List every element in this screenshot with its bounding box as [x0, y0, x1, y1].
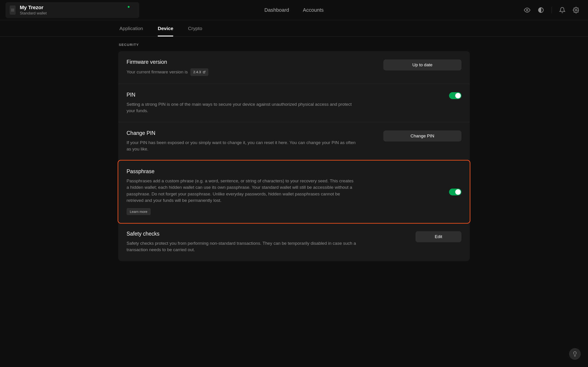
firmware-title: Firmware version — [127, 59, 208, 65]
section-label-security: SECURITY — [118, 41, 470, 51]
settings-row-firmware: Firmware version Your current firmware v… — [118, 51, 470, 84]
title-bar: My Trezor Standard wallet Dashboard Acco… — [0, 0, 588, 20]
title-icon-tray — [524, 7, 582, 14]
pin-title: PIN — [127, 92, 356, 98]
settings-row-pin: PIN Setting a strong PIN is one of the m… — [118, 84, 470, 122]
change-pin-title: Change PIN — [127, 130, 356, 136]
subtabs-bar: Application Device Crypto — [0, 20, 588, 37]
change-pin-desc: If your PIN has been exposed or you simp… — [127, 140, 356, 152]
settings-card: Firmware version Your current firmware v… — [118, 51, 470, 261]
device-subtitle: Standard wallet — [20, 11, 47, 16]
pin-toggle-knob — [455, 93, 461, 98]
hardware-wallet-icon — [10, 6, 16, 15]
help-fab[interactable] — [569, 348, 581, 360]
firmware-status-button[interactable]: Up to date — [383, 59, 461, 70]
gear-icon[interactable] — [573, 7, 579, 13]
theme-icon[interactable] — [538, 7, 544, 13]
passphrase-learn-more[interactable]: Learn more — [127, 208, 151, 215]
bell-icon[interactable] — [559, 7, 565, 13]
pin-desc: Setting a strong PIN is one of the main … — [127, 101, 356, 114]
passphrase-title: Passphrase — [127, 168, 356, 175]
firmware-version-text: 2.4.3 — [193, 69, 201, 75]
passphrase-toggle[interactable] — [449, 189, 461, 195]
pin-toggle[interactable] — [449, 92, 461, 99]
status-dot-online — [128, 6, 130, 8]
eye-icon[interactable] — [524, 7, 530, 13]
external-link-icon — [203, 71, 206, 73]
device-info: My Trezor Standard wallet — [20, 5, 47, 16]
safety-desc: Safety checks protect you from performin… — [127, 240, 356, 253]
subtab-application[interactable]: Application — [120, 20, 143, 36]
settings-row-safety: Safety checks Safety checks protect you … — [118, 223, 470, 261]
icon-divider — [552, 7, 552, 14]
subtab-device[interactable]: Device — [158, 20, 173, 36]
nav-dashboard[interactable]: Dashboard — [264, 7, 289, 13]
svg-point-0 — [527, 9, 528, 11]
nav-accounts[interactable]: Accounts — [303, 7, 324, 13]
safety-edit-button[interactable]: Edit — [415, 231, 461, 242]
firmware-desc-text: Your current firmware version is — [127, 69, 188, 75]
svg-line-3 — [204, 71, 205, 73]
lightbulb-icon — [572, 351, 578, 357]
device-card[interactable]: My Trezor Standard wallet — [6, 2, 139, 18]
passphrase-desc: Passphrases add a custom phrase (e.g. a … — [127, 178, 356, 204]
subtab-crypto[interactable]: Crypto — [188, 20, 202, 36]
subtabs: Application Device Crypto — [120, 20, 202, 36]
device-name: My Trezor — [20, 5, 47, 10]
top-nav: Dashboard Accounts — [264, 7, 324, 13]
firmware-version-badge[interactable]: 2.4.3 — [190, 68, 208, 76]
settings-row-passphrase: Passphrase Passphrases add a custom phra… — [118, 160, 470, 224]
content: SECURITY Firmware version Your current f… — [0, 37, 588, 261]
safety-title: Safety checks — [127, 231, 356, 237]
svg-point-2 — [575, 9, 577, 11]
change-pin-button[interactable]: Change PIN — [383, 131, 461, 142]
firmware-desc: Your current firmware version is 2.4.3 — [127, 68, 208, 76]
passphrase-toggle-knob — [455, 189, 461, 195]
settings-row-change-pin: Change PIN If your PIN has been exposed … — [118, 122, 470, 161]
